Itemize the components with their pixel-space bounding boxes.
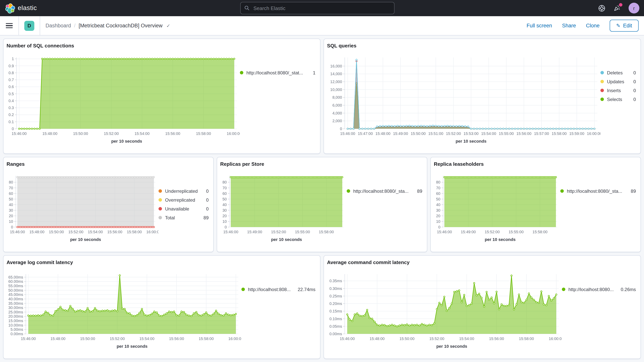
svg-text:0.5: 0.5 [8, 92, 14, 96]
legend-label: Unavailable [165, 206, 203, 212]
global-header: elastic [0, 0, 644, 16]
toolbar-actions: Full screen Share Clone ✎ Edit [526, 20, 638, 32]
svg-text:15:58:00: 15:58:00 [552, 132, 567, 136]
legend-item[interactable]: Unavailable0 [158, 206, 209, 212]
legend-dot [158, 198, 162, 202]
dashboard-grid: Number of SQL connections 00.10.20.30.40… [0, 36, 644, 362]
area-chart[interactable]: 02,0004,0006,0008,00010,00012,00014,0001… [327, 50, 600, 150]
elastic-logo-icon [6, 4, 15, 13]
chart-legend: Deletes0Updates0Inserts0Selects0 [600, 70, 638, 150]
legend-value: 89 [417, 188, 422, 194]
svg-text:15:47:00: 15:47:00 [358, 132, 373, 136]
global-search[interactable] [240, 2, 394, 14]
legend-value: 0.26ms [621, 287, 636, 292]
svg-text:16:00:00: 16:00:00 [587, 132, 600, 136]
panel-title: SQL queries [327, 42, 638, 50]
svg-text:15:50:00: 15:50:00 [80, 336, 95, 341]
svg-text:15:51:00: 15:51:00 [428, 132, 443, 136]
legend-item[interactable]: http://localhost:8080/_stat...1 [240, 70, 316, 76]
svg-text:15:58:00: 15:58:00 [319, 230, 334, 234]
panel-replicas-per-store: Replicas per Store 0102030405060708015:4… [217, 157, 427, 252]
area-chart[interactable]: 0102030405060708015:46:0015:49:0015:52:0… [220, 168, 347, 249]
legend-item[interactable]: Updates0 [600, 79, 636, 84]
legend-item[interactable]: http://localhost:8080/_sta...89 [347, 188, 422, 194]
svg-text:per 10 seconds: per 10 seconds [70, 237, 101, 242]
svg-text:16:00:00: 16:00:00 [146, 230, 158, 234]
svg-text:15:54:00: 15:54:00 [88, 230, 103, 234]
legend-item[interactable]: Inserts0 [600, 88, 636, 93]
svg-text:15:50:00: 15:50:00 [400, 336, 414, 341]
svg-text:16:00:00: 16:00:00 [228, 336, 242, 341]
legend-item[interactable]: http://localhost:8080...0.26ms [562, 286, 636, 292]
avatar[interactable]: r [628, 3, 639, 14]
legend-value: 0 [634, 79, 636, 84]
svg-text:0.00ms: 0.00ms [329, 332, 342, 336]
svg-text:15:54:00: 15:54:00 [134, 132, 150, 136]
edit-button-label: Edit [623, 23, 632, 28]
svg-text:15:48:00: 15:48:00 [376, 132, 390, 136]
svg-text:0.05ms: 0.05ms [329, 324, 342, 328]
svg-text:0.3: 0.3 [8, 106, 14, 110]
chart-legend: http://localhost:808...22.74ms [242, 286, 317, 356]
legend-value: 89 [631, 188, 636, 194]
legend-item[interactable]: http://localhost:8080/_sta...89 [560, 188, 636, 194]
legend-item[interactable]: Total89 [158, 215, 209, 220]
svg-text:15:46:00: 15:46:00 [223, 230, 238, 234]
legend-label: http://localhost:8080/_sta... [567, 188, 628, 194]
check-icon[interactable]: ✓ [166, 23, 170, 28]
help-icon[interactable] [598, 4, 606, 12]
search-input[interactable] [252, 5, 390, 11]
clone-button[interactable]: Clone [586, 23, 600, 28]
area-chart[interactable]: 0102030405060708015:46:0015:48:0015:50:0… [6, 168, 158, 249]
area-chart[interactable]: 00.10.20.30.40.50.60.70.80.9115:46:0015:… [6, 50, 240, 150]
legend-label: Inserts [607, 88, 630, 93]
svg-text:15:54:00: 15:54:00 [140, 336, 154, 341]
legend-item[interactable]: http://localhost:808...22.74ms [242, 286, 316, 292]
legend-item[interactable]: Deletes0 [600, 70, 636, 76]
full-screen-button[interactable]: Full screen [526, 23, 552, 28]
svg-text:16:00:00: 16:00:00 [227, 132, 240, 136]
svg-text:0: 0 [12, 127, 14, 131]
kibana-app: elastic [0, 0, 644, 362]
svg-text:45.00ms: 45.00ms [8, 292, 23, 297]
panel-title: Ranges [6, 160, 210, 168]
space-badge[interactable]: D [24, 21, 34, 31]
svg-text:15:52:00: 15:52:00 [104, 132, 119, 136]
legend-dot [158, 216, 162, 219]
legend-item[interactable]: Selects0 [600, 96, 636, 102]
svg-text:16:00:00: 16:00:00 [549, 336, 562, 341]
breadcrumb-dashboard-link[interactable]: Dashboard [46, 23, 71, 28]
area-chart[interactable]: 0.00ms5.00ms10.00ms15.00ms20.00ms25.00ms… [6, 266, 242, 356]
svg-text:0.10ms: 0.10ms [329, 317, 342, 321]
menu-icon[interactable] [6, 23, 13, 28]
chart-legend: http://localhost:8080/_sta...89 [560, 188, 638, 249]
elastic-logo[interactable]: elastic [0, 4, 37, 13]
legend-label: Underreplicated [165, 188, 203, 194]
area-chart[interactable]: 0.00ms0.05ms0.10ms0.15ms0.20ms0.25ms0.30… [327, 266, 562, 356]
svg-text:35.00ms: 35.00ms [8, 301, 23, 306]
svg-text:15:52:00: 15:52:00 [430, 336, 444, 341]
edit-button[interactable]: ✎ Edit [610, 20, 638, 32]
svg-text:15:50:00: 15:50:00 [49, 230, 64, 234]
svg-text:0.8: 0.8 [8, 71, 14, 75]
svg-text:15:46:00: 15:46:00 [340, 132, 355, 136]
svg-text:50: 50 [222, 197, 227, 201]
svg-text:60.00ms: 60.00ms [8, 279, 23, 284]
news-icon[interactable] [613, 4, 621, 12]
svg-text:10: 10 [436, 219, 440, 224]
notification-dot [619, 3, 622, 6]
legend-item[interactable]: Overreplicated0 [158, 197, 209, 203]
legend-item[interactable]: Underreplicated0 [158, 188, 209, 194]
share-button[interactable]: Share [562, 23, 576, 28]
svg-text:15:59:00: 15:59:00 [569, 132, 584, 136]
area-chart[interactable]: 0102030405060708015:46:0015:49:0015:52:0… [434, 168, 560, 249]
panel-title: Replica leaseholders [434, 160, 638, 168]
legend-label: http://localhost:8080/_sta... [353, 188, 414, 194]
svg-text:15:46:00: 15:46:00 [10, 230, 25, 234]
panel-ranges: Ranges 0102030405060708015:46:0015:48:00… [3, 157, 214, 252]
svg-text:10.00ms: 10.00ms [8, 323, 23, 327]
legend-value: 89 [204, 215, 209, 220]
legend-label: http://localhost:8080/_stat... [246, 70, 310, 75]
legend-value: 0 [206, 197, 209, 202]
svg-text:per 10 seconds: per 10 seconds [111, 139, 142, 144]
